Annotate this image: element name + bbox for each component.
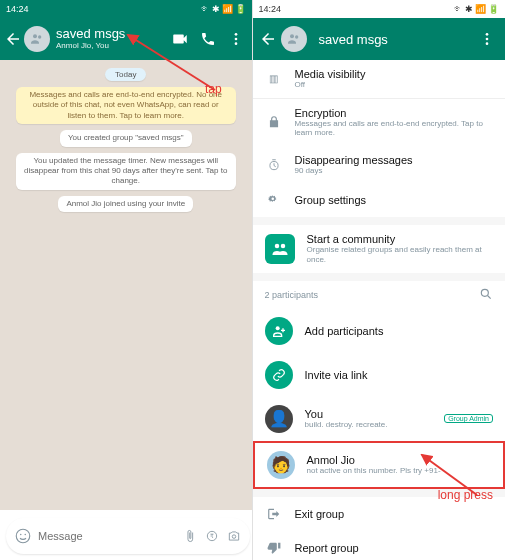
row-participant-anmol[interactable]: 🧑 Anmol Jionot active on this number. Pl… [253, 441, 506, 489]
participants-header: 2 participants [253, 281, 506, 309]
exit-icon [265, 505, 283, 523]
row-add-participants[interactable]: Add participants [253, 309, 506, 353]
row-exit-group[interactable]: Exit group [253, 497, 506, 531]
status-bar: 14:24 ᯤ✱📶🔋 [0, 0, 252, 18]
group-avatar-right[interactable] [281, 26, 307, 52]
svg-point-0 [33, 34, 37, 38]
avatar-you: 👤 [265, 405, 293, 433]
svg-point-19 [280, 244, 285, 249]
avatar-anmol: 🧑 [267, 451, 295, 479]
svg-point-2 [234, 33, 237, 36]
created-chip: You created group "saved msgs" [60, 130, 192, 146]
voice-call-button[interactable] [196, 27, 220, 51]
group-info-header: saved msgs [253, 18, 506, 60]
row-participant-you[interactable]: 👤 Youbuild. destroy. recreate. Group Adm… [253, 397, 506, 441]
rupee-icon[interactable]: ₹ [204, 528, 220, 544]
gear-icon [265, 191, 283, 209]
svg-point-7 [25, 534, 27, 536]
chat-subtitle: Anmol Jio, You [56, 42, 164, 51]
more-button[interactable] [224, 27, 248, 51]
chat-body: Today Messages and calls are end-to-end … [0, 60, 252, 510]
row-group-settings[interactable]: Group settings [253, 183, 506, 217]
search-icon[interactable] [479, 287, 493, 303]
emoji-icon[interactable] [14, 527, 32, 545]
admin-badge: Group Admin [444, 414, 493, 423]
status-icons: ᯤ✱📶🔋 [199, 4, 246, 14]
back-icon-right[interactable] [259, 30, 277, 48]
row-disappearing[interactable]: Disappearing messages90 days [253, 146, 506, 184]
status-bar-right: 14:24 ᯤ✱📶🔋 [253, 0, 506, 18]
lock-icon [265, 113, 283, 131]
date-chip: Today [105, 68, 146, 81]
row-start-community[interactable]: Start a communityOrganise related groups… [253, 225, 506, 272]
svg-point-10 [232, 535, 236, 539]
chat-title-block[interactable]: saved msgs Anmol Jio, You [56, 27, 164, 50]
back-icon[interactable] [4, 30, 22, 48]
svg-point-3 [234, 38, 237, 41]
group-avatar[interactable] [24, 26, 50, 52]
svg-point-21 [275, 326, 279, 330]
input-bar: ₹ [6, 518, 246, 554]
chat-title: saved msgs [56, 27, 164, 41]
attach-icon[interactable] [182, 528, 198, 544]
settings-list: ▥ Media visibilityOff EncryptionMessages… [253, 60, 506, 560]
svg-point-15 [486, 38, 489, 41]
row-invite-link[interactable]: Invite via link [253, 353, 506, 397]
group-info-title: saved msgs [319, 32, 472, 47]
status-icons-right: ᯤ✱📶🔋 [452, 4, 499, 14]
community-icon [265, 234, 295, 264]
video-call-button[interactable] [168, 27, 192, 51]
svg-point-16 [486, 42, 489, 45]
joined-chip: Anmol Jio joined using your invite [58, 196, 193, 212]
svg-point-12 [290, 34, 294, 38]
link-icon [265, 361, 293, 389]
svg-point-13 [295, 35, 298, 38]
chat-header[interactable]: saved msgs Anmol Jio, You [0, 18, 252, 60]
svg-point-20 [481, 289, 488, 296]
more-button-right[interactable] [475, 27, 499, 51]
image-icon: ▥ [265, 70, 283, 88]
e2e-chip[interactable]: Messages and calls are end-to-end encryp… [16, 87, 236, 124]
svg-point-5 [16, 529, 30, 543]
timer-chip[interactable]: You updated the message timer. New messa… [16, 153, 236, 190]
status-time: 14:24 [6, 4, 29, 14]
svg-point-14 [486, 33, 489, 36]
row-report-group[interactable]: Report group [253, 531, 506, 560]
svg-point-1 [38, 35, 41, 38]
message-box[interactable]: ₹ [6, 518, 250, 554]
row-media-visibility[interactable]: ▥ Media visibilityOff [253, 60, 506, 98]
add-person-icon [265, 317, 293, 345]
svg-point-18 [274, 244, 279, 249]
camera-icon[interactable] [226, 528, 242, 544]
status-time-right: 14:24 [259, 4, 282, 14]
svg-text:₹: ₹ [210, 533, 214, 539]
timer-icon [265, 156, 283, 174]
svg-point-4 [234, 42, 237, 45]
message-input[interactable] [32, 530, 182, 542]
thumbs-down-icon [265, 539, 283, 557]
svg-point-6 [20, 534, 22, 536]
row-encryption[interactable]: EncryptionMessages and calls are end-to-… [253, 99, 506, 146]
